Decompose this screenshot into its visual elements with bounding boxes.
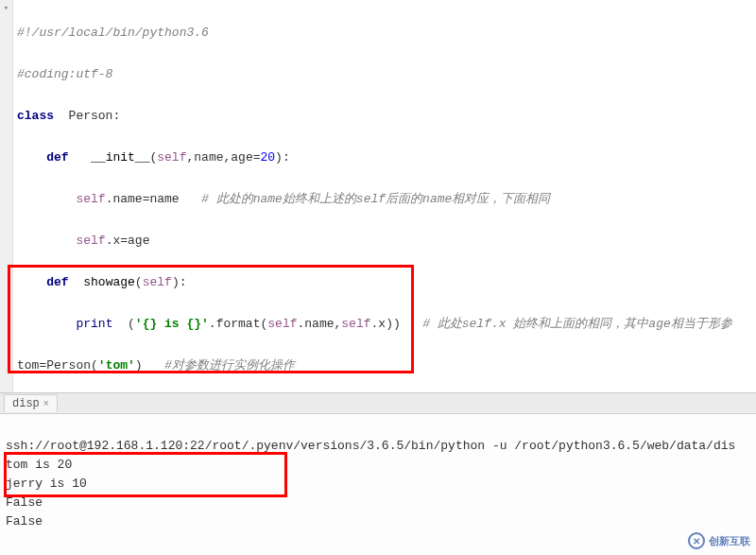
tab-label: disp <box>12 397 40 410</box>
code-text: .name=name <box>106 192 201 206</box>
code-comment: #coding:utf-8 <box>17 67 112 81</box>
kw-def: def <box>46 275 68 289</box>
num: 20 <box>261 150 276 165</box>
code-comment: #!/usr/local/bin/python3.6 <box>17 26 209 40</box>
self: self <box>143 275 172 289</box>
terminal-line: jerry is 10 <box>6 477 87 491</box>
terminal-tab-bar: disp × <box>0 393 756 414</box>
class-name: Person: <box>54 109 120 123</box>
sig: ): <box>275 150 290 165</box>
str: '{} is {}' <box>135 317 209 331</box>
fold-gutter: ▾ <box>0 0 13 392</box>
watermark-text: 创新互联 <box>709 534 750 548</box>
terminal-output[interactable]: ssh://root@192.168.1.120:22/root/.pyenv/… <box>0 414 756 554</box>
kw-class: class <box>17 109 54 123</box>
sig: .x)) <box>371 317 423 331</box>
sig: ,name,age= <box>186 150 260 165</box>
code-comment: # 此处的name始终和上述的self后面的name相对应，下面相同 <box>201 192 550 206</box>
kw-def: def <box>46 150 68 165</box>
self: self <box>341 317 370 331</box>
terminal-panel: disp × ssh://root@192.168.1.120:22/root/… <box>0 392 756 555</box>
fn-name: showage <box>83 275 135 289</box>
terminal-line: False <box>6 495 43 510</box>
sig: .format( <box>209 317 267 331</box>
self: self <box>157 150 186 165</box>
watermark: ✕ 创新互联 <box>688 532 750 549</box>
print: print <box>76 317 112 331</box>
self: self <box>76 192 105 206</box>
code-comment: # 此处self.x 始终和上面的相同，其中age相当于形参 <box>422 317 732 331</box>
str: 'tom' <box>98 358 135 373</box>
code-comment: #对参数进行实例化操作 <box>164 358 295 373</box>
code-text: .x=age <box>106 234 150 248</box>
fn-name: __init__ <box>91 150 149 165</box>
terminal-line: tom is 20 <box>6 458 72 472</box>
terminal-tab[interactable]: disp × <box>4 394 58 412</box>
sig: ): <box>172 275 187 289</box>
close-icon[interactable]: × <box>43 399 49 409</box>
code-body[interactable]: #!/usr/local/bin/python3.6 #coding:utf-8… <box>13 0 756 392</box>
code-text: tom=Person( <box>17 358 98 373</box>
sig: .name, <box>298 317 342 331</box>
fold-icon[interactable]: ▾ <box>1 3 12 14</box>
self: self <box>76 234 105 248</box>
sig: ( <box>135 275 143 289</box>
self: self <box>267 317 297 331</box>
terminal-line: ssh://root@192.168.1.120:22/root/.pyenv/… <box>6 439 735 453</box>
terminal-line: False <box>6 514 43 529</box>
code-text: ) <box>135 358 164 373</box>
code-editor[interactable]: ▾ #!/usr/local/bin/python3.6 #coding:utf… <box>0 0 756 392</box>
sig: ( <box>112 317 134 331</box>
watermark-icon: ✕ <box>688 532 705 549</box>
